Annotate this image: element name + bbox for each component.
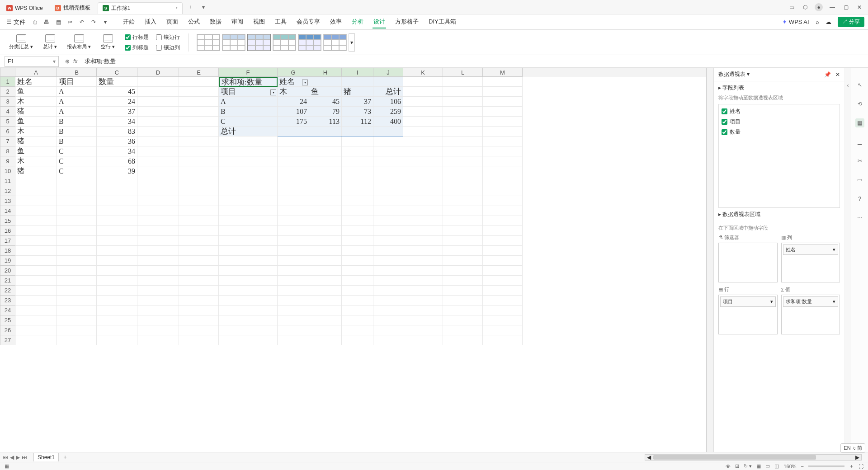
style-2[interactable] [222, 34, 245, 51]
menu-tab-13[interactable]: DIY工具箱 [428, 16, 457, 28]
cell-C12[interactable] [97, 186, 137, 196]
cell-F11[interactable] [219, 176, 278, 186]
cell-A25[interactable] [15, 315, 57, 325]
drop-filter[interactable] [718, 243, 778, 282]
cell-F24[interactable] [219, 306, 278, 315]
cell-B14[interactable] [57, 206, 97, 216]
cell-F25[interactable] [219, 315, 278, 325]
avatar-icon[interactable]: ● [815, 3, 823, 11]
cell-L6[interactable] [443, 127, 483, 136]
cell-F10[interactable] [219, 166, 278, 176]
cell-E17[interactable] [179, 236, 219, 246]
cell-D16[interactable] [137, 226, 179, 236]
cloud-icon[interactable]: ☁ [826, 19, 831, 25]
cell-D18[interactable] [137, 246, 179, 256]
cell-M11[interactable] [483, 176, 523, 186]
cell-D23[interactable] [137, 296, 179, 306]
cell-K19[interactable] [403, 256, 443, 266]
cell-L16[interactable] [443, 226, 483, 236]
cell-L20[interactable] [443, 266, 483, 276]
cell-M22[interactable] [483, 286, 523, 296]
cell-H24[interactable] [309, 306, 342, 315]
cell-C21[interactable] [97, 276, 137, 286]
cell-L12[interactable] [443, 186, 483, 196]
row-hdr-7[interactable]: 7 [0, 136, 15, 146]
collapse-bar[interactable]: ‹ [844, 68, 851, 452]
tab-workbook[interactable]: S工作簿1• [98, 2, 183, 14]
cell-B21[interactable] [57, 276, 97, 286]
cell-E7[interactable] [179, 136, 219, 146]
cursor-icon[interactable]: ↖ [855, 80, 864, 89]
cell-I6[interactable] [342, 127, 373, 136]
cell-A20[interactable] [15, 266, 57, 276]
cell-M26[interactable] [483, 325, 523, 335]
cell-H2[interactable]: 鱼 [309, 87, 342, 97]
cell-G27[interactable] [278, 335, 309, 345]
cell-L27[interactable] [443, 335, 483, 345]
cell-I11[interactable] [342, 176, 373, 186]
cell-C4[interactable]: 37 [97, 107, 137, 117]
cell-E13[interactable] [179, 196, 219, 206]
zoom-out-icon[interactable]: − [801, 464, 804, 469]
cell-D5[interactable] [137, 117, 179, 127]
cell-I19[interactable] [342, 256, 373, 266]
save-icon[interactable]: ⎙ [31, 18, 39, 26]
cell-K5[interactable] [403, 117, 443, 127]
view-split-icon[interactable]: ◫ [774, 463, 779, 469]
cell-C7[interactable]: 36 [97, 136, 137, 146]
cell-K22[interactable] [403, 286, 443, 296]
row-hdr-16[interactable]: 16 [0, 226, 15, 236]
cell-H16[interactable] [309, 226, 342, 236]
cell-C23[interactable] [97, 296, 137, 306]
cell-A6[interactable]: 木 [15, 127, 57, 136]
menu-tab-6[interactable]: 视图 [252, 16, 266, 28]
row-hdr-27[interactable]: 27 [0, 335, 15, 345]
cell-I5[interactable]: 112 [342, 117, 373, 127]
cell-K9[interactable] [403, 156, 443, 166]
cell-I21[interactable] [342, 276, 373, 286]
cell-B13[interactable] [57, 196, 97, 206]
cell-G10[interactable] [278, 166, 309, 176]
cell-M14[interactable] [483, 206, 523, 216]
cell-F12[interactable] [219, 186, 278, 196]
cell-D1[interactable] [137, 77, 179, 87]
cell-I7[interactable] [342, 136, 373, 146]
tab-menu[interactable]: ▾ [198, 2, 209, 13]
cell-I26[interactable] [342, 325, 373, 335]
view-normal-icon[interactable]: ▦ [756, 463, 761, 469]
cell-L18[interactable] [443, 246, 483, 256]
cell-M16[interactable] [483, 226, 523, 236]
cell-H18[interactable] [309, 246, 342, 256]
cell-A24[interactable] [15, 306, 57, 315]
cell-M9[interactable] [483, 156, 523, 166]
cell-H22[interactable] [309, 286, 342, 296]
cell-C9[interactable]: 68 [97, 156, 137, 166]
cell-E3[interactable] [179, 97, 219, 107]
row-hdr-25[interactable]: 25 [0, 315, 15, 325]
menu-tab-0[interactable]: 开始 [122, 16, 136, 28]
cell-K14[interactable] [403, 206, 443, 216]
cell-M3[interactable] [483, 97, 523, 107]
row-hdr-20[interactable]: 20 [0, 266, 15, 276]
cell-H11[interactable] [309, 176, 342, 186]
cell-B12[interactable] [57, 186, 97, 196]
cell-J27[interactable] [373, 335, 403, 345]
cell-I24[interactable] [342, 306, 373, 315]
filter-tool-icon[interactable]: ✂ [855, 156, 864, 165]
cell-E21[interactable] [179, 276, 219, 286]
cell-K11[interactable] [403, 176, 443, 186]
zoom-value[interactable]: 160% [783, 464, 796, 469]
col-hdr-B[interactable]: B [57, 68, 97, 77]
col-hdr-L[interactable]: L [443, 68, 483, 77]
cell-F5[interactable]: C [219, 117, 278, 127]
search-icon[interactable]: ⌕ [816, 19, 819, 25]
col-hdr-J[interactable]: J [373, 68, 403, 77]
cell-I2[interactable]: 猪 [342, 87, 373, 97]
cell-B11[interactable] [57, 176, 97, 186]
cell-B6[interactable]: B [57, 127, 97, 136]
cell-C3[interactable]: 24 [97, 97, 137, 107]
cell-C26[interactable] [97, 325, 137, 335]
cell-L24[interactable] [443, 306, 483, 315]
refresh-icon[interactable]: ↻ ▾ [744, 463, 752, 469]
col-hdr-C[interactable]: C [97, 68, 137, 77]
